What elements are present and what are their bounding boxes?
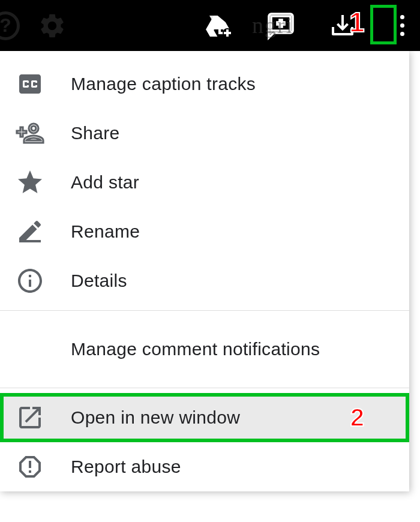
menu-label: Rename	[71, 221, 140, 242]
dot-icon	[400, 15, 404, 19]
menu-item-star[interactable]: Add star	[0, 158, 409, 207]
help-label: ?	[0, 14, 11, 37]
menu-item-report-abuse[interactable]: Report abuse	[0, 442, 409, 491]
person-add-icon	[16, 119, 71, 148]
menu-item-open-new-window[interactable]: Open in new window 2	[0, 393, 409, 442]
annotation-step-2: 2	[350, 403, 364, 432]
menu-label: Details	[71, 271, 127, 291]
menu-label: Open in new window	[71, 407, 240, 428]
menu-divider	[0, 388, 409, 388]
menu-item-captions[interactable]: Manage caption tracks	[0, 59, 409, 109]
svg-rect-1	[19, 240, 41, 242]
menu-label: Share	[71, 123, 120, 143]
dot-icon	[400, 23, 404, 28]
report-icon	[16, 452, 71, 481]
help-icon[interactable]: ?	[0, 11, 20, 40]
star-icon	[16, 168, 71, 197]
menu-item-share[interactable]: Share	[0, 109, 409, 158]
settings-icon[interactable]	[38, 11, 67, 40]
menu-label: Add star	[71, 172, 139, 193]
dropdown-menu: Manage caption tracks Share Add star Ren…	[0, 51, 409, 491]
annotation-highlight-1	[370, 5, 397, 44]
menu-divider	[0, 310, 409, 311]
dot-icon	[400, 32, 404, 36]
menu-label: Manage comment notifications	[71, 339, 320, 359]
annotation-step-1: 1	[349, 6, 365, 38]
edit-icon	[16, 217, 71, 246]
menu-item-rename[interactable]: Rename	[0, 207, 409, 256]
open-in-new-icon	[16, 403, 71, 432]
cc-icon	[16, 70, 71, 98]
toolbar-left-group: ?	[6, 11, 67, 40]
add-to-drive-icon[interactable]	[205, 11, 233, 40]
info-icon	[16, 266, 71, 295]
menu-label: Manage caption tracks	[71, 74, 256, 94]
menu-item-details[interactable]: Details	[0, 256, 409, 305]
menu-label: Report abuse	[71, 457, 181, 477]
menu-item-notifications[interactable]: Manage comment notifications	[0, 316, 409, 383]
background-watermark: ngri	[252, 12, 293, 38]
